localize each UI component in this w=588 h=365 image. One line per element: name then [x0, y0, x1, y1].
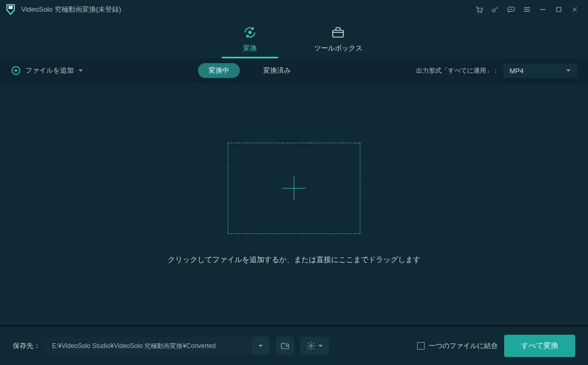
tab-converted[interactable]: 変換済み	[253, 63, 301, 78]
cart-icon[interactable]	[471, 2, 487, 17]
gear-icon	[306, 341, 316, 351]
settings-button[interactable]	[300, 337, 329, 355]
svg-point-9	[310, 345, 313, 347]
plus-icon	[281, 176, 307, 201]
save-path-dropdown[interactable]	[252, 337, 270, 355]
svg-rect-5	[557, 7, 561, 12]
output-format-label: 出力形式「すべてに適用」：	[416, 66, 499, 75]
content-area: クリックしてファイルを追加するか、または直接にここまでドラッグします	[0, 83, 588, 325]
folder-icon	[280, 341, 290, 351]
svg-rect-7	[333, 30, 343, 37]
bottom-bar: 保存先： 一つのファイルに結合 すべて変換	[0, 327, 588, 365]
convert-icon	[243, 25, 257, 39]
chevron-down-icon	[566, 68, 571, 73]
menu-icon[interactable]	[519, 2, 535, 17]
tab-toolbox-label: ツールボックス	[314, 44, 362, 53]
toolbox-icon	[331, 25, 345, 39]
save-path-input[interactable]	[47, 337, 252, 355]
add-file-button[interactable]: ファイルを追加	[11, 65, 83, 76]
status-tabs: 変換中 変換済み	[83, 63, 416, 78]
drop-hint: クリックしてファイルを追加するか、または直接にここまでドラッグします	[168, 255, 420, 265]
chevron-down-icon	[78, 68, 83, 73]
svg-point-2	[481, 12, 482, 13]
titlebar: VideoSolo 究極動画変換(未登録)	[0, 0, 588, 19]
merge-label: 一つのファイルに結合	[429, 341, 498, 351]
save-to-label: 保存先：	[13, 341, 40, 351]
svg-point-3	[492, 9, 495, 12]
chevron-down-icon	[318, 343, 323, 349]
tab-convert[interactable]: 変換	[222, 25, 278, 58]
tab-toolbox[interactable]: ツールボックス	[310, 25, 366, 58]
chevron-down-icon	[258, 343, 263, 349]
maximize-button[interactable]	[551, 2, 567, 17]
output-format-select[interactable]: MP4	[503, 64, 577, 78]
convert-all-button[interactable]: すべて変換	[504, 335, 575, 357]
tab-convert-label: 変換	[243, 44, 257, 53]
app-title: VideoSolo 究極動画変換(未登録)	[21, 5, 121, 14]
merge-checkbox[interactable]: 一つのファイルに結合	[417, 341, 498, 351]
svg-point-1	[478, 12, 479, 13]
output-format-group: 出力形式「すべてに適用」： MP4	[416, 64, 577, 78]
output-format-value: MP4	[509, 67, 524, 75]
add-file-label: ファイルを追加	[25, 66, 74, 75]
dropzone[interactable]	[228, 143, 360, 234]
main-tabs: 変換 ツールボックス	[0, 19, 588, 58]
plus-circle-icon	[11, 65, 21, 76]
close-button[interactable]	[567, 2, 583, 17]
checkbox-box	[417, 342, 425, 350]
key-icon[interactable]	[487, 2, 503, 17]
tab-converting[interactable]: 変換中	[198, 63, 240, 78]
svg-point-6	[248, 31, 252, 34]
svg-rect-0	[8, 6, 13, 9]
open-folder-button[interactable]	[276, 337, 294, 355]
save-path-group	[47, 337, 270, 355]
feedback-icon[interactable]	[503, 2, 519, 17]
secondary-bar: ファイルを追加 変換中 変換済み 出力形式「すべてに適用」： MP4	[0, 58, 588, 83]
minimize-button[interactable]	[535, 2, 551, 17]
app-logo	[5, 4, 16, 15]
